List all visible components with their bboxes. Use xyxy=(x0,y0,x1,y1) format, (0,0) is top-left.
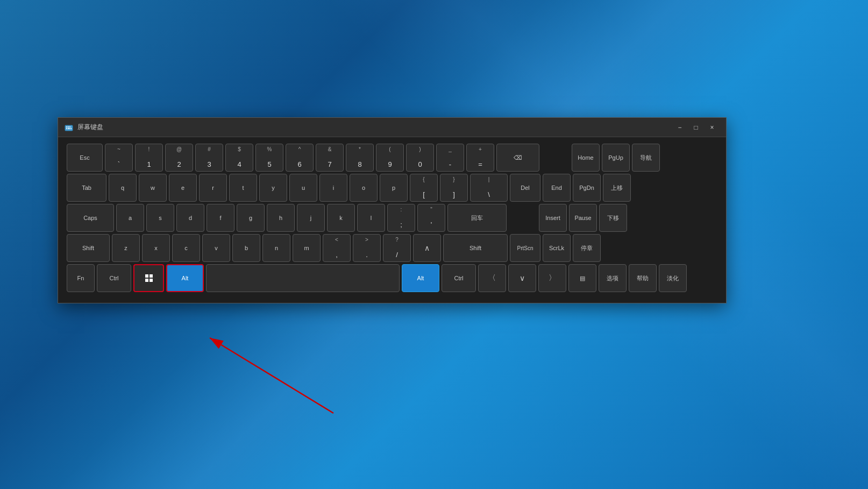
key-win[interactable] xyxy=(133,264,164,292)
key-fn[interactable]: Fn xyxy=(67,264,95,292)
key-4[interactable]: $4 xyxy=(225,144,253,172)
restore-button[interactable]: □ xyxy=(688,120,703,135)
key-2[interactable]: @2 xyxy=(165,144,193,172)
key-home[interactable]: Home xyxy=(572,144,600,172)
key-z[interactable]: z xyxy=(112,234,140,262)
key-rbracket[interactable]: }] xyxy=(440,174,468,202)
windows-logo-icon xyxy=(145,274,153,282)
key-period[interactable]: >. xyxy=(353,234,381,262)
svg-rect-4 xyxy=(66,128,67,129)
key-danhua[interactable]: 淡化 xyxy=(659,264,687,292)
key-enter[interactable]: 回车 xyxy=(447,204,507,232)
key-o[interactable]: o xyxy=(350,174,378,202)
svg-rect-2 xyxy=(68,126,69,127)
key-gap1 xyxy=(542,144,570,172)
key-tingzhang[interactable]: 停章 xyxy=(573,234,601,262)
key-backspace[interactable]: ⌫ xyxy=(496,144,539,172)
key-9[interactable]: (9 xyxy=(376,144,404,172)
key-esc[interactable]: Esc xyxy=(67,144,103,172)
key-minus[interactable]: _- xyxy=(436,144,464,172)
window-controls: − □ × xyxy=(672,120,720,135)
key-menu[interactable]: ▤ xyxy=(568,264,596,292)
key-alt-right[interactable]: Alt xyxy=(402,264,439,292)
svg-rect-1 xyxy=(66,126,67,127)
key-shangyi[interactable]: 上移 xyxy=(603,174,631,202)
key-insert[interactable]: Insert xyxy=(539,204,567,232)
key-del[interactable]: Del xyxy=(510,174,540,202)
keyboard-row-4: Shift z x c v b n m <, >. ?/ ∧ Shift Prt… xyxy=(67,234,717,262)
key-backslash[interactable]: |\ xyxy=(470,174,508,202)
key-k[interactable]: k xyxy=(327,204,355,232)
key-5[interactable]: %5 xyxy=(255,144,283,172)
svg-rect-5 xyxy=(68,128,70,129)
key-a[interactable]: a xyxy=(116,204,144,232)
key-xuanxiang[interactable]: 选项 xyxy=(599,264,627,292)
key-l[interactable]: l xyxy=(357,204,385,232)
window-title: 屏幕键盘 xyxy=(77,123,672,132)
key-gap2 xyxy=(509,204,537,232)
key-semicolon[interactable]: :; xyxy=(387,204,415,232)
key-8[interactable]: *8 xyxy=(346,144,374,172)
key-up-arrow[interactable]: ∧ xyxy=(413,234,441,262)
close-button[interactable]: × xyxy=(705,120,720,135)
key-caps[interactable]: Caps xyxy=(67,204,114,232)
svg-line-8 xyxy=(210,338,333,413)
key-slash[interactable]: ?/ xyxy=(383,234,411,262)
key-end[interactable]: End xyxy=(543,174,571,202)
key-1[interactable]: !1 xyxy=(135,144,163,172)
key-tab[interactable]: Tab xyxy=(67,174,106,202)
key-i[interactable]: i xyxy=(319,174,347,202)
key-space[interactable] xyxy=(206,264,400,292)
key-j[interactable]: j xyxy=(297,204,325,232)
key-bangzhu[interactable]: 帮助 xyxy=(629,264,657,292)
key-x[interactable]: x xyxy=(142,234,170,262)
key-pgdn[interactable]: PgDn xyxy=(573,174,601,202)
key-left-arrow[interactable]: 〈 xyxy=(478,264,506,292)
key-v[interactable]: v xyxy=(202,234,230,262)
key-6[interactable]: ^6 xyxy=(286,144,314,172)
key-lbracket[interactable]: {[ xyxy=(410,174,438,202)
key-g[interactable]: g xyxy=(237,204,265,232)
key-m[interactable]: m xyxy=(293,234,321,262)
key-down-arrow[interactable]: ∨ xyxy=(508,264,536,292)
key-u[interactable]: u xyxy=(289,174,317,202)
key-scrlk[interactable]: ScrLk xyxy=(543,234,571,262)
key-c[interactable]: c xyxy=(172,234,200,262)
keyboard-row-3: Caps a s d f g h j k l :; "' 回车 Insert P… xyxy=(67,204,717,232)
key-daohang[interactable]: 导航 xyxy=(632,144,660,172)
key-comma[interactable]: <, xyxy=(323,234,351,262)
key-d[interactable]: d xyxy=(176,204,204,232)
key-7[interactable]: &7 xyxy=(316,144,344,172)
key-pause[interactable]: Pause xyxy=(569,204,597,232)
key-w[interactable]: w xyxy=(139,174,167,202)
minimize-button[interactable]: − xyxy=(672,120,687,135)
svg-rect-3 xyxy=(69,126,70,127)
key-t[interactable]: t xyxy=(229,174,257,202)
key-0[interactable]: )0 xyxy=(406,144,434,172)
key-shift-right[interactable]: Shift xyxy=(443,234,508,262)
key-s[interactable]: s xyxy=(146,204,174,232)
key-prtscn[interactable]: PrtScn xyxy=(510,234,540,262)
key-3[interactable]: #3 xyxy=(195,144,223,172)
key-b[interactable]: b xyxy=(232,234,260,262)
key-right-arrow[interactable]: 〉 xyxy=(538,264,566,292)
key-xiayi[interactable]: 下移 xyxy=(599,204,627,232)
key-q[interactable]: q xyxy=(109,174,137,202)
key-r[interactable]: r xyxy=(199,174,227,202)
key-pgup[interactable]: PgUp xyxy=(602,144,630,172)
key-ctrl-left[interactable]: Ctrl xyxy=(97,264,131,292)
key-ctrl-right[interactable]: Ctrl xyxy=(442,264,476,292)
key-quote[interactable]: "' xyxy=(417,204,445,232)
key-f[interactable]: f xyxy=(207,204,234,232)
key-tilde[interactable]: ~` xyxy=(105,144,133,172)
key-h[interactable]: h xyxy=(267,204,295,232)
keyboard-row-2: Tab q w e r t y u i o p {[ }] |\ Del End… xyxy=(67,174,717,202)
key-n[interactable]: n xyxy=(262,234,290,262)
key-alt-left[interactable]: Alt xyxy=(166,264,204,292)
key-y[interactable]: y xyxy=(259,174,287,202)
titlebar-icon xyxy=(65,123,73,132)
key-p[interactable]: p xyxy=(380,174,408,202)
key-e[interactable]: e xyxy=(169,174,197,202)
key-equals[interactable]: += xyxy=(466,144,494,172)
key-shift-left[interactable]: Shift xyxy=(67,234,110,262)
